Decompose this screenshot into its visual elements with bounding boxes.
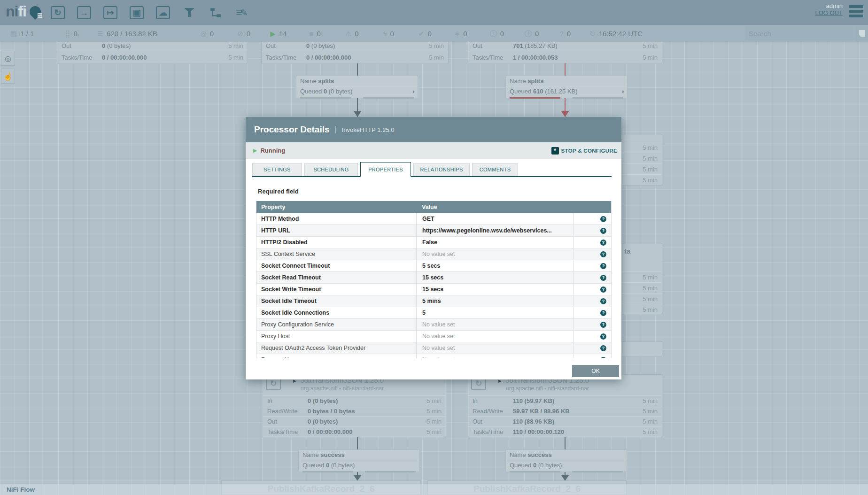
tab-settings[interactable]: SETTINGS	[252, 163, 302, 176]
backpressure-icon: ◑	[620, 86, 624, 97]
tab-comments[interactable]: COMMENTS	[472, 163, 518, 176]
property-row: Socket Idle Timeout? 5 mins	[256, 295, 611, 307]
flow-status-bar: ▦1 / 1 ⣿0 ☰620 / 163.82 KB ◎0 ⊘0 ▶14 ■0 …	[0, 25, 868, 42]
connection-arrow-icon	[354, 111, 361, 117]
connection-label-splits-right: Name splits Queued 610 (161.25 KB)◑	[505, 76, 628, 98]
locally-modified-stale-count: 0	[535, 30, 539, 38]
up-to-date-icon: ✔	[418, 30, 425, 37]
connection-line-backpressure	[565, 63, 566, 76]
running-icon: ▶	[270, 30, 276, 37]
property-row: HTTP URL? https://www.pegelonline.wsv.de…	[256, 225, 611, 237]
remote-process-group-tool-icon[interactable]: ☁	[155, 4, 171, 21]
disabled-icon: ϟ	[383, 30, 387, 37]
processor-jolt-right: ↻ ▶ JoltTransformJSON 1.25.0 org.apache.…	[468, 374, 662, 437]
connection-name: splits	[527, 77, 543, 85]
operate-palette-button[interactable]: ☝	[1, 69, 15, 84]
refresh-icon[interactable]: ↻	[589, 30, 596, 37]
not-transmitting-count: 0	[247, 30, 250, 38]
properties-table: Property Value HTTP Method? GET HTTP URL…	[256, 201, 612, 358]
output-port-tool-icon[interactable]: ↦	[102, 4, 119, 21]
queued-count: 0	[326, 462, 329, 469]
active-threads-count: 0	[73, 30, 77, 38]
sync-failure-count: 0	[567, 30, 571, 38]
property-row: Socket Idle Connections? 5	[256, 307, 611, 319]
search-input[interactable]	[745, 26, 856, 40]
dialog-header: Processor Details | InvokeHTTP 1.25.0	[246, 117, 621, 142]
label-tool-icon[interactable]: ☰✎	[233, 4, 250, 21]
invalid-icon: ⚠	[345, 30, 351, 37]
stat-value: 0	[102, 42, 105, 49]
stopped-icon: ■	[309, 30, 313, 37]
stop-and-configure-button[interactable]: * STOP & CONFIGURE	[551, 142, 617, 159]
stale-icon: ↑	[490, 30, 497, 37]
property-row: Socket Connect Timeout? 5 secs	[256, 260, 611, 272]
hand-icon: ☝	[3, 72, 13, 81]
property-row: Request OAuth2 Access Token Provider? No…	[256, 342, 611, 354]
stat-value: 1 / 00:00:00.053	[513, 52, 558, 63]
app-toolbar: nifi ↻ → ↦ ▣ ☁ ☰✎ admin LOG OUT	[0, 0, 868, 25]
property-row: Proxy Configuration Service? No value se…	[256, 319, 611, 331]
processor-stats-top-left: Out 0 (0 bytes) 5 min Tasks/Time 0 / 00:…	[57, 39, 248, 63]
compass-icon: ◎	[5, 54, 11, 63]
connection-name: splits	[318, 77, 334, 85]
processor-jolt-left: ↻ ▶ JoltTransformJSON 1.25.0 org.apache.…	[263, 374, 446, 437]
not-transmitting-icon: ⊘	[237, 30, 243, 37]
stopped-count: 0	[317, 30, 320, 38]
connection-label-success-right: Name success Queued 0 (0 bytes)	[505, 449, 627, 472]
connection-label-success-left: Name success Queued 0 (0 bytes)	[298, 449, 420, 472]
stat-label: Tasks/Time	[473, 52, 503, 63]
queued-count: 610	[533, 88, 543, 95]
funnel-tool-icon[interactable]	[181, 4, 198, 21]
table-header: Property Value	[256, 201, 611, 213]
dialog-footer: OK	[246, 358, 621, 379]
connection-name: success	[320, 451, 344, 458]
locally-modified-count: 0	[463, 30, 467, 38]
current-user: admin	[815, 2, 843, 9]
breadcrumb[interactable]: NiFi Flow	[7, 486, 35, 493]
stat-label: Tasks/Time	[62, 52, 92, 63]
breadcrumb-bar: NiFi Flow	[0, 484, 868, 495]
processor-name-fragment: ta	[624, 247, 630, 255]
birdseye-toggle[interactable]	[856, 26, 868, 40]
input-port-tool-icon[interactable]: →	[76, 4, 93, 21]
connection-arrow-icon	[561, 111, 569, 117]
global-menu-icon[interactable]	[849, 5, 863, 19]
transmitting-count: 0	[210, 30, 214, 38]
process-group-tool-icon[interactable]: ▣	[128, 4, 145, 21]
stat-value: 0 / 00:00:00.000	[102, 52, 147, 63]
stat-window: 5 min	[643, 52, 658, 63]
stat-window: 5 min	[429, 52, 444, 63]
nifi-app: Out 0 (0 bytes) 5 min Tasks/Time 0 / 00:…	[0, 0, 868, 495]
stat-value: 0 / 00:00:00.000	[306, 52, 351, 63]
search-box	[745, 26, 856, 40]
template-tool-icon[interactable]	[207, 4, 224, 21]
property-row: HTTP Method? GET	[256, 213, 611, 225]
processor-tool-icon[interactable]: ↻	[49, 4, 66, 21]
dialog-tabs: SETTINGS SCHEDULING PROPERTIES RELATIONS…	[252, 162, 612, 177]
sync-failure-icon: ?	[559, 30, 563, 37]
tab-scheduling[interactable]: SCHEDULING	[304, 163, 358, 176]
running-status-icon: ▶	[253, 147, 257, 154]
navigate-palette-button[interactable]: ◎	[1, 51, 15, 66]
tab-relationships[interactable]: RELATIONSHIPS	[413, 163, 470, 176]
processor-bundle: org.apache.nifi - nifi-standard-nar	[301, 385, 384, 392]
locally-modified-icon: ∗	[454, 30, 460, 37]
property-row: Request Username? No value set	[256, 354, 611, 358]
connection-line	[357, 437, 358, 449]
stat-label: Tasks/Time	[266, 52, 296, 63]
tab-properties[interactable]: PROPERTIES	[360, 162, 411, 177]
processor-bundle: org.apache.nifi - nifi-standard-nar	[506, 385, 589, 392]
running-count: 14	[279, 30, 287, 38]
queued-count: 620 / 163.82 KB	[107, 30, 157, 38]
processor-stats-top-right: Out 701 (185.27 KB) 5 min Tasks/Time 1 /…	[468, 39, 662, 63]
ok-button[interactable]: OK	[572, 365, 619, 377]
property-row: Proxy Host? No value set	[256, 331, 611, 342]
cluster-icon: ▦	[10, 30, 17, 37]
connection-line	[565, 437, 566, 449]
processor-status-row: ▶ Running * STOP & CONFIGURE	[246, 142, 621, 159]
property-row: Socket Read Timeout? 15 secs	[256, 272, 611, 284]
logout-link[interactable]: LOG OUT	[815, 9, 843, 16]
stat-value: 0	[306, 42, 310, 49]
dialog-title: Processor Details	[254, 124, 330, 135]
column-property: Property	[261, 201, 285, 213]
